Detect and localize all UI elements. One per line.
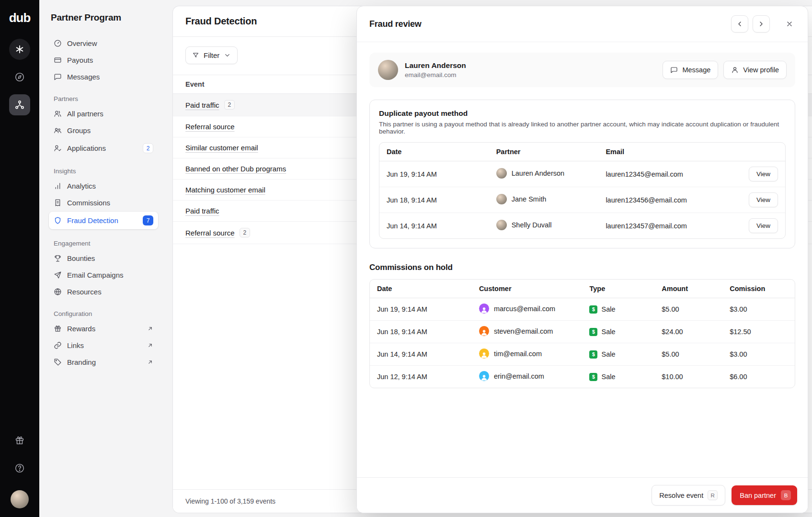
sidebar-item-label: Bounties [67,254,95,262]
sidebar-item-label: Resources [67,288,102,296]
sidebar-item-links[interactable]: Links [49,337,158,353]
table-row: Jun 19, 9:14 AM Lauren Anderson lauren12… [379,161,785,187]
filter-button[interactable]: Filter [185,46,238,64]
view-profile-button[interactable]: View profile [723,61,787,79]
sidebar-item-label: Overview [67,39,97,47]
explore-button[interactable] [9,67,30,88]
sidebar-item-label: Email Campaigns [67,271,124,279]
app-rail: dub [0,0,39,517]
ban-partner-button[interactable]: Ban partner B [732,485,797,505]
person-icon [480,306,488,314]
dub-logo: dub [9,11,31,25]
sidebar-item-groups[interactable]: Groups [49,123,158,138]
cell-type-label: Sale [601,373,615,381]
help-button[interactable] [9,458,30,479]
cell-date: Jun 18, 9:14 AM [370,321,472,343]
cell-commission: $6.00 [722,366,795,388]
sale-icon [589,373,597,381]
gauge-icon [54,39,62,47]
invoice-icon [54,199,62,207]
trophy-icon [54,254,62,262]
sidebar-section-configuration: Configuration [54,310,153,317]
sidebar-item-applications[interactable]: Applications 2 [49,139,158,157]
gift-icon [14,435,25,446]
view-button[interactable]: View [749,192,778,207]
sidebar-item-overview[interactable]: Overview [49,35,158,51]
filter-icon [192,52,199,59]
duplicate-accounts-table: Date Partner Email Jun 19, 9:14 AM Laure… [379,143,785,238]
next-event-button[interactable] [753,15,770,33]
sidebar-item-fraud-detection[interactable]: Fraud Detection 7 [49,212,158,229]
table-row: Jun 14, 9:14 AM tim@email.com Sale $5.00… [370,343,795,366]
send-icon [54,271,62,279]
close-button[interactable] [781,15,798,33]
message-button[interactable]: Message [663,61,718,79]
column-header-email: Email [598,143,736,161]
sidebar-item-branding[interactable]: Branding [49,354,158,370]
close-icon [786,20,793,28]
view-button[interactable]: View [749,167,778,181]
sidebar-item-email-campaigns[interactable]: Email Campaigns [49,267,158,283]
cell-customer: marcus@email.com [494,305,555,313]
sidebar-item-label: Applications [67,144,106,152]
person-icon [480,351,488,359]
table-row: Jun 19, 9:14 AM marcus@email.com Sale $5… [370,298,795,321]
cell-commission: $12.50 [722,321,795,343]
event-count-badge: 2 [240,228,251,237]
column-header-partner: Partner [489,143,599,161]
sidebar-item-label: Branding [67,358,96,366]
applications-count-badge: 2 [143,143,153,153]
column-header-amount: Amount [654,280,722,298]
cell-email: lauren123456@email.com [598,187,736,213]
sidebar-item-commissions[interactable]: Commissions [49,195,158,211]
sidebar-item-messages[interactable]: Messages [49,69,158,85]
duplicate-payout-card: Duplicate payout method This partner is … [369,100,795,248]
cell-email: lauren123457@email.com [598,213,736,239]
cell-email: lauren12345@email.com [598,161,736,187]
sidebar-item-resources[interactable]: Resources [49,284,158,300]
table-row: Jun 12, 9:14 AM erin@email.com Sale $10.… [370,366,795,388]
sidebar-item-label: Analytics [67,182,96,190]
partner-summary: Lauren Anderson email@email.com Message … [369,53,795,87]
sidebar-item-payouts[interactable]: Payouts [49,52,158,68]
view-button[interactable]: View [749,218,778,233]
sidebar-item-bounties[interactable]: Bounties [49,250,158,266]
message-icon [670,66,678,74]
cell-date: Jun 14, 9:14 AM [379,213,489,239]
cell-partner-name: Shelly Duvall [512,221,552,229]
table-row: Jun 14, 9:14 AM Shelly Duvall lauren1234… [379,213,785,239]
sidebar-item-all-partners[interactable]: All partners [49,106,158,122]
user-avatar[interactable] [11,490,29,508]
fraud-card-description: This partner is using a payout method th… [379,121,786,135]
table-row: Jun 18, 9:14 AM Jane Smith lauren123456@… [379,187,785,213]
sidebar-item-label: Messages [67,73,100,81]
prev-event-button[interactable] [731,15,748,33]
partner-email: email@email.com [405,71,466,79]
sidebar-item-label: All partners [67,110,103,118]
cell-commission: $3.00 [722,298,795,321]
column-header-customer: Customer [472,280,583,298]
gift-icon [54,325,62,333]
workspace-acme-button[interactable] [9,39,30,60]
globe-icon [54,288,62,296]
event-label: Similar customer email [185,144,258,152]
message-label: Message [682,66,710,74]
commissions-table: Date Customer Type Amount Comission Jun … [370,280,795,388]
event-label: Referral source [185,123,235,131]
resolve-event-button[interactable]: Resolve event R [652,485,725,506]
sidebar-item-analytics[interactable]: Analytics [49,178,158,194]
user-check-icon [54,144,62,152]
event-count-badge: 2 [224,100,235,110]
partner-program-nav-button[interactable] [9,94,30,115]
external-link-icon [147,342,153,348]
modal-title: Fraud review [369,19,422,29]
shield-icon [54,216,62,225]
cell-type-label: Sale [601,328,615,336]
table-row: Jun 18, 9:14 AM steven@email.com Sale $2… [370,321,795,343]
sidebar-item-rewards[interactable]: Rewards [49,321,158,337]
rewards-rail-button[interactable] [9,430,30,451]
cell-date: Jun 18, 9:14 AM [379,187,489,213]
column-header-date: Date [379,143,489,161]
chevron-right-icon [757,20,765,28]
person-icon [480,329,488,336]
